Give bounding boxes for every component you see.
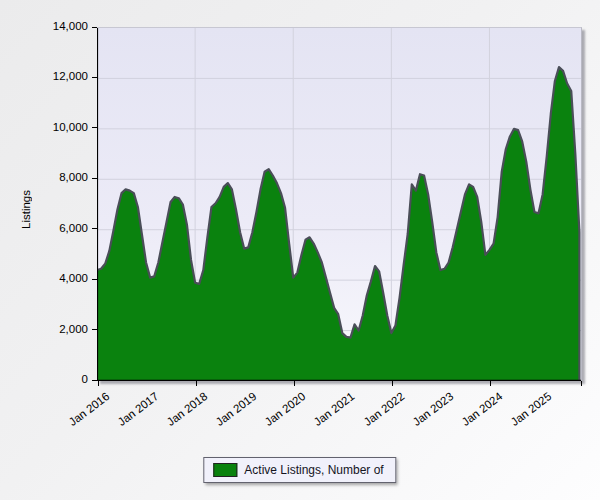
y-axis-title: Listings bbox=[20, 130, 32, 290]
x-tick bbox=[581, 381, 582, 386]
x-tick-label: Jan 2021 bbox=[312, 390, 357, 428]
legend: Active Listings, Number of bbox=[203, 457, 396, 483]
y-tick-label: 0 bbox=[28, 373, 88, 385]
y-tick-label: 2,000 bbox=[28, 323, 88, 335]
x-tick-label: Jan 2018 bbox=[165, 390, 210, 428]
y-tick bbox=[92, 178, 97, 179]
x-tick-label: Jan 2025 bbox=[508, 390, 553, 428]
x-tick bbox=[490, 381, 491, 386]
area-chart-svg bbox=[97, 28, 581, 381]
x-tick-label: Jan 2016 bbox=[67, 390, 112, 428]
y-tick-label: 10,000 bbox=[28, 121, 88, 133]
y-tick bbox=[92, 380, 97, 381]
x-tick-label: Jan 2020 bbox=[263, 390, 308, 428]
x-tick bbox=[196, 381, 197, 386]
x-tick-label: Jan 2019 bbox=[214, 390, 259, 428]
y-tick-label: 12,000 bbox=[28, 70, 88, 82]
x-tick-label: Jan 2017 bbox=[116, 390, 161, 428]
x-tick-label: Jan 2023 bbox=[410, 390, 455, 428]
y-tick-label: 4,000 bbox=[28, 272, 88, 284]
chart-canvas: Listings 02,0004,0006,0008,00010,00012,0… bbox=[0, 0, 600, 500]
y-tick bbox=[92, 27, 97, 28]
y-tick bbox=[92, 279, 97, 280]
y-tick-label: 8,000 bbox=[28, 171, 88, 183]
x-tick-label: Jan 2024 bbox=[459, 390, 504, 428]
x-tick bbox=[294, 381, 295, 386]
legend-label: Active Listings, Number of bbox=[244, 463, 383, 477]
y-tick bbox=[92, 228, 97, 229]
x-tick bbox=[392, 381, 393, 386]
y-tick-label: 6,000 bbox=[28, 222, 88, 234]
plot-area bbox=[97, 27, 582, 381]
x-tick-label: Jan 2022 bbox=[361, 390, 406, 428]
legend-swatch-icon bbox=[213, 463, 237, 477]
y-tick bbox=[92, 329, 97, 330]
y-tick-label: 14,000 bbox=[28, 20, 88, 32]
x-tick bbox=[98, 381, 99, 386]
y-tick bbox=[92, 127, 97, 128]
y-tick bbox=[92, 77, 97, 78]
